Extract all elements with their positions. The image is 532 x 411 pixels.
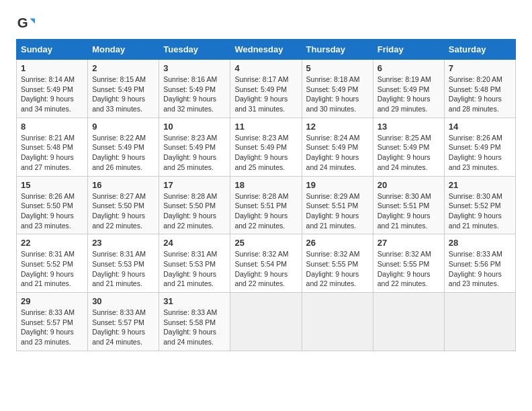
calendar-day-cell: 22Sunrise: 8:31 AMSunset: 5:52 PMDayligh…: [17, 234, 88, 293]
calendar-week-row: 15Sunrise: 8:26 AMSunset: 5:50 PMDayligh…: [17, 176, 516, 234]
day-info: Sunrise: 8:30 AMSunset: 5:51 PMDaylight:…: [378, 192, 431, 230]
day-number: 27: [378, 238, 440, 248]
calendar-header-row: SundayMondayTuesdayWednesdayThursdayFrid…: [17, 40, 516, 60]
calendar-day-header: Saturday: [444, 40, 515, 60]
day-info: Sunrise: 8:27 AMSunset: 5:50 PMDaylight:…: [92, 192, 146, 230]
page-header: G: [16, 13, 516, 32]
day-number: 14: [449, 122, 511, 132]
day-info: Sunrise: 8:33 AMSunset: 5:57 PMDaylight:…: [21, 308, 75, 346]
day-number: 30: [92, 296, 154, 306]
day-number: 17: [163, 180, 226, 190]
calendar-day-header: Monday: [88, 40, 159, 60]
day-info: Sunrise: 8:22 AMSunset: 5:49 PMDaylight:…: [92, 134, 146, 171]
day-info: Sunrise: 8:24 AMSunset: 5:49 PMDaylight:…: [306, 134, 360, 171]
svg-marker-1: [30, 18, 35, 23]
day-info: Sunrise: 8:23 AMSunset: 5:49 PMDaylight:…: [234, 134, 288, 171]
calendar-day-cell: 28Sunrise: 8:33 AMSunset: 5:56 PMDayligh…: [444, 234, 515, 293]
day-number: 19: [306, 180, 369, 190]
calendar-day-cell: [302, 293, 373, 351]
calendar-day-cell: 20Sunrise: 8:30 AMSunset: 5:51 PMDayligh…: [373, 176, 444, 234]
calendar-day-cell: 8Sunrise: 8:21 AMSunset: 5:48 PMDaylight…: [17, 118, 88, 176]
day-number: 25: [234, 238, 297, 248]
day-number: 4: [234, 63, 297, 73]
day-number: 10: [163, 122, 226, 132]
day-info: Sunrise: 8:19 AMSunset: 5:49 PMDaylight:…: [378, 75, 431, 113]
calendar-day-cell: 16Sunrise: 8:27 AMSunset: 5:50 PMDayligh…: [88, 176, 159, 234]
day-info: Sunrise: 8:31 AMSunset: 5:53 PMDaylight:…: [92, 250, 146, 287]
day-info: Sunrise: 8:18 AMSunset: 5:49 PMDaylight:…: [306, 75, 360, 113]
calendar-table: SundayMondayTuesdayWednesdayThursdayFrid…: [16, 39, 516, 351]
calendar-day-header: Sunday: [17, 40, 88, 60]
logo-icon: G: [16, 13, 35, 32]
day-number: 21: [449, 180, 511, 190]
calendar-week-row: 8Sunrise: 8:21 AMSunset: 5:48 PMDaylight…: [17, 118, 516, 176]
day-info: Sunrise: 8:17 AMSunset: 5:49 PMDaylight:…: [234, 75, 288, 113]
calendar-day-cell: 30Sunrise: 8:33 AMSunset: 5:57 PMDayligh…: [88, 293, 159, 351]
day-number: 11: [234, 122, 297, 132]
calendar-day-cell: [230, 293, 302, 351]
calendar-day-cell: 25Sunrise: 8:32 AMSunset: 5:54 PMDayligh…: [230, 234, 302, 293]
calendar-day-cell: 2Sunrise: 8:15 AMSunset: 5:49 PMDaylight…: [88, 60, 159, 118]
calendar-day-header: Wednesday: [230, 40, 302, 60]
day-number: 15: [21, 180, 83, 190]
day-info: Sunrise: 8:31 AMSunset: 5:52 PMDaylight:…: [21, 250, 75, 287]
day-info: Sunrise: 8:26 AMSunset: 5:49 PMDaylight:…: [449, 134, 502, 171]
calendar-day-cell: 4Sunrise: 8:17 AMSunset: 5:49 PMDaylight…: [230, 60, 302, 118]
day-info: Sunrise: 8:15 AMSunset: 5:49 PMDaylight:…: [92, 75, 146, 113]
calendar-day-cell: 6Sunrise: 8:19 AMSunset: 5:49 PMDaylight…: [373, 60, 444, 118]
day-info: Sunrise: 8:32 AMSunset: 5:55 PMDaylight:…: [306, 250, 360, 287]
day-info: Sunrise: 8:21 AMSunset: 5:48 PMDaylight:…: [21, 134, 75, 171]
calendar-day-cell: 29Sunrise: 8:33 AMSunset: 5:57 PMDayligh…: [17, 293, 88, 351]
day-number: 26: [306, 238, 369, 248]
svg-text:G: G: [17, 15, 28, 30]
calendar-day-cell: 11Sunrise: 8:23 AMSunset: 5:49 PMDayligh…: [230, 118, 302, 176]
day-info: Sunrise: 8:32 AMSunset: 5:54 PMDaylight:…: [234, 250, 288, 287]
calendar-day-cell: [373, 293, 444, 351]
calendar-day-cell: 23Sunrise: 8:31 AMSunset: 5:53 PMDayligh…: [88, 234, 159, 293]
calendar-day-cell: 9Sunrise: 8:22 AMSunset: 5:49 PMDaylight…: [88, 118, 159, 176]
day-number: 31: [163, 296, 226, 306]
calendar-week-row: 1Sunrise: 8:14 AMSunset: 5:49 PMDaylight…: [17, 60, 516, 118]
calendar-day-cell: [444, 293, 515, 351]
day-number: 28: [449, 238, 511, 248]
day-number: 9: [92, 122, 154, 132]
calendar-day-cell: 12Sunrise: 8:24 AMSunset: 5:49 PMDayligh…: [302, 118, 373, 176]
calendar-day-header: Tuesday: [159, 40, 230, 60]
day-info: Sunrise: 8:29 AMSunset: 5:51 PMDaylight:…: [306, 192, 360, 230]
calendar-day-cell: 14Sunrise: 8:26 AMSunset: 5:49 PMDayligh…: [444, 118, 515, 176]
day-info: Sunrise: 8:30 AMSunset: 5:52 PMDaylight:…: [449, 192, 502, 230]
calendar-day-cell: 3Sunrise: 8:16 AMSunset: 5:49 PMDaylight…: [159, 60, 230, 118]
day-info: Sunrise: 8:33 AMSunset: 5:56 PMDaylight:…: [449, 250, 502, 287]
day-info: Sunrise: 8:32 AMSunset: 5:55 PMDaylight:…: [378, 250, 431, 287]
calendar-day-cell: 13Sunrise: 8:25 AMSunset: 5:49 PMDayligh…: [373, 118, 444, 176]
day-info: Sunrise: 8:28 AMSunset: 5:51 PMDaylight:…: [234, 192, 288, 230]
calendar-week-row: 29Sunrise: 8:33 AMSunset: 5:57 PMDayligh…: [17, 293, 516, 351]
day-number: 16: [92, 180, 154, 190]
day-number: 29: [21, 296, 83, 306]
day-info: Sunrise: 8:26 AMSunset: 5:50 PMDaylight:…: [21, 192, 75, 230]
calendar-day-cell: 31Sunrise: 8:33 AMSunset: 5:58 PMDayligh…: [159, 293, 230, 351]
day-number: 20: [378, 180, 440, 190]
day-info: Sunrise: 8:23 AMSunset: 5:49 PMDaylight:…: [163, 134, 217, 171]
calendar-day-cell: 21Sunrise: 8:30 AMSunset: 5:52 PMDayligh…: [444, 176, 515, 234]
logo: G: [16, 13, 38, 32]
day-number: 12: [306, 122, 369, 132]
day-number: 3: [163, 63, 226, 73]
day-info: Sunrise: 8:33 AMSunset: 5:58 PMDaylight:…: [163, 308, 217, 346]
day-info: Sunrise: 8:14 AMSunset: 5:49 PMDaylight:…: [21, 75, 75, 113]
calendar-day-cell: 26Sunrise: 8:32 AMSunset: 5:55 PMDayligh…: [302, 234, 373, 293]
calendar-day-cell: 15Sunrise: 8:26 AMSunset: 5:50 PMDayligh…: [17, 176, 88, 234]
day-info: Sunrise: 8:16 AMSunset: 5:49 PMDaylight:…: [163, 75, 217, 113]
day-number: 13: [378, 122, 440, 132]
day-info: Sunrise: 8:28 AMSunset: 5:50 PMDaylight:…: [163, 192, 217, 230]
day-number: 24: [163, 238, 226, 248]
calendar-day-header: Thursday: [302, 40, 373, 60]
day-number: 22: [21, 238, 83, 248]
calendar-day-cell: 27Sunrise: 8:32 AMSunset: 5:55 PMDayligh…: [373, 234, 444, 293]
calendar-day-cell: 10Sunrise: 8:23 AMSunset: 5:49 PMDayligh…: [159, 118, 230, 176]
day-number: 5: [306, 63, 369, 73]
day-number: 6: [378, 63, 440, 73]
day-info: Sunrise: 8:33 AMSunset: 5:57 PMDaylight:…: [92, 308, 146, 346]
calendar-day-header: Friday: [373, 40, 444, 60]
day-info: Sunrise: 8:25 AMSunset: 5:49 PMDaylight:…: [378, 134, 431, 171]
